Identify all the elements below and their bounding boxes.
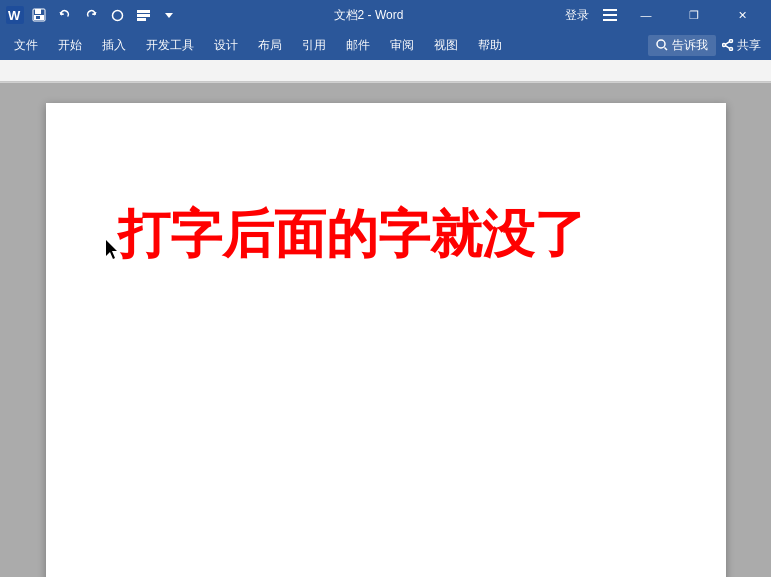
menu-bar: 文件 开始 插入 开发工具 设计 布局 引用 邮件 审阅 视图 帮助 告诉我 共… xyxy=(0,30,771,60)
share-button[interactable]: 共享 xyxy=(716,35,767,56)
svg-text:W: W xyxy=(8,8,21,23)
save-button[interactable] xyxy=(28,4,50,26)
svg-rect-13 xyxy=(603,19,617,21)
svg-point-18 xyxy=(730,48,733,51)
layout-icon xyxy=(132,4,154,26)
svg-line-20 xyxy=(725,46,729,49)
svg-line-15 xyxy=(665,48,668,51)
svg-rect-12 xyxy=(603,14,617,16)
search-bar[interactable]: 告诉我 xyxy=(648,35,716,56)
undo-button[interactable] xyxy=(54,4,76,26)
ribbon-area xyxy=(0,60,771,82)
title-bar: W xyxy=(0,0,771,30)
menu-item-view[interactable]: 视图 xyxy=(424,33,468,58)
minimize-button[interactable]: — xyxy=(623,0,669,30)
svg-rect-3 xyxy=(35,9,41,14)
svg-rect-7 xyxy=(137,10,150,13)
redo-button[interactable] xyxy=(80,4,102,26)
menu-item-mail[interactable]: 邮件 xyxy=(336,33,380,58)
menu-item-review[interactable]: 审阅 xyxy=(380,33,424,58)
menu-item-help[interactable]: 帮助 xyxy=(468,33,512,58)
ribbon-toggle-icon[interactable] xyxy=(599,4,621,26)
title-bar-left: W xyxy=(6,4,180,26)
cursor-indicator xyxy=(106,214,116,262)
menu-item-start[interactable]: 开始 xyxy=(48,33,92,58)
dropdown-icon[interactable] xyxy=(158,4,180,26)
menu-item-design[interactable]: 设计 xyxy=(204,33,248,58)
svg-point-6 xyxy=(112,10,122,20)
svg-rect-5 xyxy=(36,16,40,19)
svg-rect-11 xyxy=(603,9,617,11)
svg-rect-8 xyxy=(137,14,150,17)
word-icon: W xyxy=(6,6,24,24)
login-button[interactable]: 登录 xyxy=(557,5,597,26)
menu-item-file[interactable]: 文件 xyxy=(4,33,48,58)
restore-button[interactable]: ❐ xyxy=(671,0,717,30)
title-bar-title: 文档2 - Word xyxy=(180,7,557,24)
document-area: 打字后面的字就没了 xyxy=(0,83,771,577)
svg-point-14 xyxy=(657,40,665,48)
svg-point-16 xyxy=(730,40,733,43)
document-page[interactable]: 打字后面的字就没了 xyxy=(46,103,726,577)
close-button[interactable]: ✕ xyxy=(719,0,765,30)
svg-marker-21 xyxy=(106,240,117,259)
share-label: 共享 xyxy=(737,37,761,54)
svg-marker-10 xyxy=(165,13,173,18)
document-content: 打字后面的字就没了 xyxy=(106,203,666,265)
svg-line-19 xyxy=(725,42,729,45)
svg-point-17 xyxy=(723,44,726,47)
menu-item-ref[interactable]: 引用 xyxy=(292,33,336,58)
menu-item-insert[interactable]: 插入 xyxy=(92,33,136,58)
svg-rect-9 xyxy=(137,18,146,21)
menu-item-dev[interactable]: 开发工具 xyxy=(136,33,204,58)
title-bar-right: 登录 — ❐ ✕ xyxy=(557,0,765,30)
search-label: 告诉我 xyxy=(672,37,708,54)
circle-icon xyxy=(106,4,128,26)
menu-item-layout[interactable]: 布局 xyxy=(248,33,292,58)
